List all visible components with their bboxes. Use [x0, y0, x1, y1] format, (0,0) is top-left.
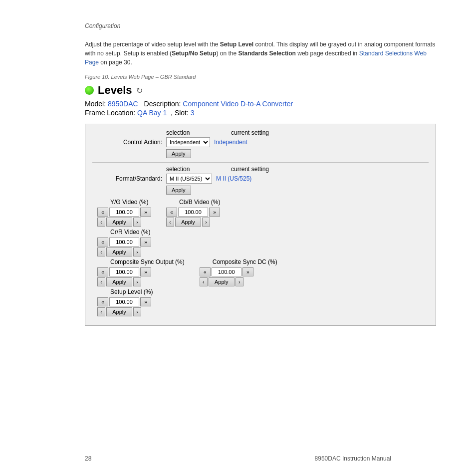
setup-level-apply-row: ‹ Apply ›	[97, 307, 153, 316]
page-number: 28	[85, 455, 91, 462]
yg-apply-button[interactable]: Apply	[106, 218, 132, 227]
setup-level-row: Setup Level (%) « » ‹ Apply ›	[97, 288, 429, 316]
setup-level-group: Setup Level (%) « » ‹ Apply ›	[97, 288, 153, 316]
composite-sync-label: Composite Sync Output (%)	[110, 258, 185, 265]
control-action-select[interactable]: Independent	[166, 137, 210, 147]
frame-label: Frame Location:	[85, 109, 135, 117]
csync-apply-button[interactable]: Apply	[106, 277, 132, 286]
yg-video-controls: « »	[97, 208, 151, 217]
cbv-single-right-button[interactable]: ›	[202, 218, 210, 227]
model-line: Model: 8950DAC Description: Component Vi…	[85, 100, 436, 108]
crr-video-group: Cr/R Video (%) « » ‹ Apply ›	[97, 229, 151, 256]
control-action-current: Independent	[214, 139, 247, 146]
intro-paragraph: Adjust the percentage of video setup lev…	[85, 40, 436, 67]
cbv-single-left-button[interactable]: ‹	[166, 218, 174, 227]
setup-single-left-button[interactable]: ‹	[97, 307, 105, 316]
format-standard-select[interactable]: M II (US/525)	[166, 174, 212, 184]
crr-video-apply-row: ‹ Apply ›	[97, 247, 151, 256]
setup-dbl-left-button[interactable]: «	[97, 297, 108, 306]
crr-video-input[interactable]	[109, 238, 139, 246]
csync-single-left-button[interactable]: ‹	[97, 277, 105, 286]
composite-dc-controls: « »	[200, 267, 277, 276]
format-standard-current: M II (US/525)	[216, 175, 251, 182]
format-standard-select-group: M II (US/525) M II (US/525)	[166, 174, 251, 184]
csync-input[interactable]	[109, 267, 139, 276]
model-value: 8950DAC	[108, 100, 138, 108]
crr-video-label: Cr/R Video (%)	[110, 229, 151, 236]
csync-dbl-right-button[interactable]: »	[140, 267, 151, 276]
composite-dc-group: Composite Sync DC (%) « » ‹ Apply ›	[200, 258, 277, 286]
slot-label: , Slot:	[171, 109, 189, 117]
section-header: Configuration	[85, 22, 120, 29]
cdc-apply-button[interactable]: Apply	[209, 277, 235, 286]
control-action-apply-row: Apply	[166, 149, 429, 158]
setup-single-right-button[interactable]: ›	[133, 307, 141, 316]
page-title: Levels	[98, 84, 132, 97]
control-action-select-group: Independent Independent	[166, 137, 247, 147]
config-panel: selection current setting Control Action…	[85, 124, 436, 326]
crr-single-right-button[interactable]: ›	[133, 247, 141, 256]
control-action-apply-button[interactable]: Apply	[166, 149, 191, 158]
levels-header: Levels ↻	[85, 84, 436, 97]
yg-cbv-row: Y/G Video (%) « » ‹ Apply › Cb/B Video (…	[97, 199, 429, 227]
cdc-dbl-right-button[interactable]: »	[242, 267, 253, 276]
status-indicator	[85, 86, 94, 95]
cbv-dbl-left-button[interactable]: «	[166, 208, 177, 217]
setup-level-label: Setup Level (%)	[110, 288, 153, 295]
cbv-dbl-right-button[interactable]: »	[209, 208, 220, 217]
cdc-single-left-button[interactable]: ‹	[200, 277, 208, 286]
csync-single-right-button[interactable]: ›	[133, 277, 141, 286]
cdc-input[interactable]	[212, 267, 241, 276]
figure-caption: Figure 10. Levels Web Page – GBR Standar…	[85, 74, 436, 80]
control-action-label: Control Action:	[92, 139, 166, 146]
format-standard-apply-row: Apply	[166, 186, 429, 195]
selection-col-header: selection	[166, 129, 231, 136]
crr-row: Cr/R Video (%) « » ‹ Apply ›	[97, 229, 429, 256]
yg-video-label: Y/G Video (%)	[110, 199, 151, 206]
cbv-apply-button[interactable]: Apply	[175, 218, 201, 227]
format-selection-col-header: selection	[166, 166, 231, 173]
composite-sync-controls: « »	[97, 267, 185, 276]
cdc-single-right-button[interactable]: ›	[236, 277, 243, 286]
setup-level-controls: « »	[97, 297, 153, 306]
refresh-icon[interactable]: ↻	[136, 86, 143, 95]
format-col-headers: selection current setting	[92, 166, 429, 173]
cdc-dbl-left-button[interactable]: «	[200, 267, 211, 276]
csync-dbl-left-button[interactable]: «	[97, 267, 108, 276]
cbv-video-controls: « »	[166, 208, 220, 217]
yg-dbl-right-button[interactable]: »	[140, 208, 151, 217]
crr-single-left-button[interactable]: ‹	[97, 247, 105, 256]
crr-dbl-right-button[interactable]: »	[140, 238, 151, 246]
yg-single-right-button[interactable]: ›	[133, 218, 141, 227]
crr-apply-button[interactable]: Apply	[106, 247, 132, 256]
section-title: Configuration	[85, 22, 120, 29]
cbv-video-apply-row: ‹ Apply ›	[166, 218, 220, 227]
frame-value: QA Bay 1	[137, 109, 167, 117]
crr-video-controls: « »	[97, 238, 151, 246]
cdc-apply-row: ‹ Apply ›	[200, 277, 277, 286]
yg-single-left-button[interactable]: ‹	[97, 218, 105, 227]
format-standard-label: Format/Standard:	[92, 175, 166, 182]
composite-row: Composite Sync Output (%) « » ‹ Apply › …	[97, 258, 429, 286]
setup-dbl-right-button[interactable]: »	[140, 297, 151, 306]
cbv-video-group: Cb/B Video (%) « » ‹ Apply ›	[166, 199, 220, 227]
format-standard-row: Format/Standard: M II (US/525) M II (US/…	[92, 174, 429, 184]
current-col-header: current setting	[231, 129, 269, 136]
cbv-video-input[interactable]	[178, 208, 208, 217]
crr-dbl-left-button[interactable]: «	[97, 238, 108, 246]
control-action-row: Control Action: Independent Independent	[92, 137, 429, 147]
description-value: Component Video D-to-A Converter	[183, 100, 293, 108]
description-label: Description:	[144, 100, 181, 108]
setup-level-input[interactable]	[109, 297, 139, 306]
slot-value: 3	[191, 109, 195, 117]
yg-video-input[interactable]	[109, 208, 139, 217]
yg-video-apply-row: ‹ Apply ›	[97, 218, 151, 227]
setup-apply-button[interactable]: Apply	[106, 307, 132, 316]
format-current-col-header: current setting	[231, 166, 269, 173]
cbv-video-label: Cb/B Video (%)	[179, 199, 220, 206]
format-standard-apply-button[interactable]: Apply	[166, 186, 191, 195]
yg-dbl-left-button[interactable]: «	[97, 208, 108, 217]
manual-name: 8950DAC Instruction Manual	[315, 455, 391, 462]
yg-video-group: Y/G Video (%) « » ‹ Apply ›	[97, 199, 151, 227]
composite-sync-group: Composite Sync Output (%) « » ‹ Apply ›	[97, 258, 185, 286]
